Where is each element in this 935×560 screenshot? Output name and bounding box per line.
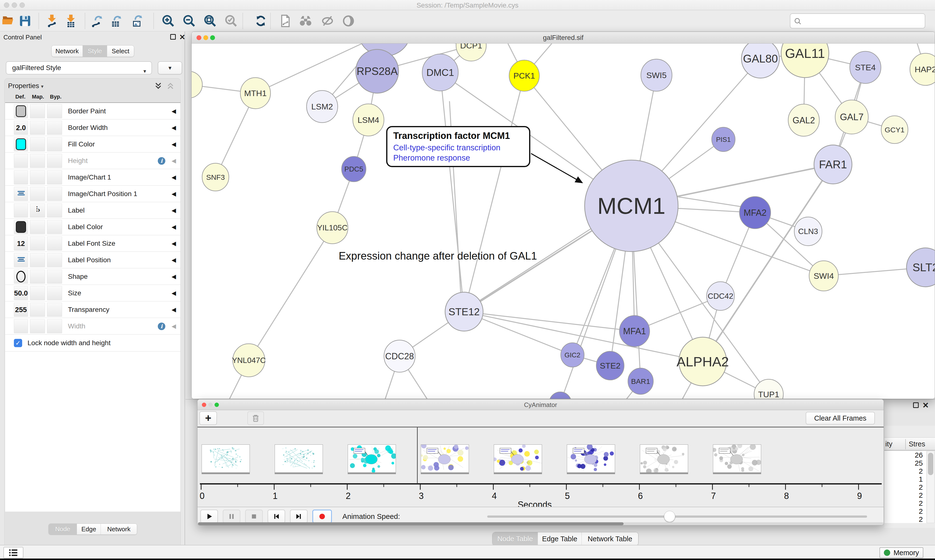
delete-frame-button[interactable] bbox=[247, 411, 264, 425]
table-cell-value[interactable]: 2 bbox=[884, 515, 926, 523]
frame-thumbnail-1s[interactable] bbox=[275, 445, 323, 473]
network-node-YNL047C[interactable]: YNL047C bbox=[232, 344, 266, 377]
default-value[interactable]: 12 bbox=[14, 235, 28, 252]
tab-edge[interactable]: Edge bbox=[77, 524, 101, 534]
frame-thumbnail-7s[interactable] bbox=[713, 445, 761, 473]
style-selector[interactable]: galFiltered Style ▾ bbox=[6, 61, 152, 74]
tab-network-table[interactable]: Network Table bbox=[582, 532, 638, 545]
network-node-STE4[interactable]: STE4 bbox=[850, 51, 881, 83]
network-node-YIL105C[interactable]: YIL105C bbox=[317, 212, 348, 244]
network-node-MFA2[interactable]: MFA2 bbox=[739, 197, 771, 229]
expand-row-icon[interactable]: ◀ bbox=[172, 235, 176, 252]
default-value[interactable]: 2.0 bbox=[14, 120, 28, 136]
network-node-LSM4[interactable]: LSM4 bbox=[353, 104, 384, 136]
network-node-ALPHA2[interactable]: ALPHA2 bbox=[677, 337, 729, 386]
network-node-STE12[interactable]: STE12 bbox=[445, 292, 483, 331]
network-node-SWI4[interactable]: SWI4 bbox=[809, 261, 838, 291]
close-panel-icon[interactable]: ✕ bbox=[179, 34, 185, 41]
skip-to-end-button[interactable] bbox=[290, 510, 307, 523]
network-node-RPS28A[interactable]: RPS28A bbox=[356, 49, 399, 93]
tab-network-bottom[interactable]: Network bbox=[101, 524, 137, 534]
zoom-selected-icon[interactable] bbox=[224, 14, 238, 28]
expand-row-icon[interactable]: ◀ bbox=[172, 202, 176, 219]
search-input[interactable] bbox=[790, 13, 925, 28]
table-cell-value[interactable]: 1 bbox=[884, 475, 926, 483]
save-session-icon[interactable] bbox=[18, 14, 32, 28]
network-node-PDC5[interactable]: PDC5 bbox=[342, 157, 366, 182]
expand-row-icon[interactable]: ◀ bbox=[172, 268, 176, 285]
network-node-HAP2[interactable]: HAP2 bbox=[910, 53, 935, 85]
expand-row-icon[interactable]: ◀ bbox=[172, 152, 176, 169]
expand-row-icon[interactable]: ◀ bbox=[172, 186, 176, 202]
zoom-fit-icon[interactable] bbox=[203, 14, 217, 28]
network-annotation[interactable]: Transcription factor MCM1 Cell-type-spec… bbox=[386, 126, 530, 167]
export-network-icon[interactable] bbox=[91, 14, 105, 28]
tab-select[interactable]: Select bbox=[107, 46, 134, 57]
expand-all-icon[interactable] bbox=[154, 82, 162, 90]
timeline-horizontal-scrollbar[interactable] bbox=[198, 522, 884, 525]
table-cell-value[interactable]: 2 bbox=[884, 491, 926, 499]
expand-row-icon[interactable]: ◀ bbox=[172, 252, 176, 268]
tab-edge-table[interactable]: Edge Table bbox=[538, 532, 582, 545]
network-node-GCY1[interactable]: GCY1 bbox=[881, 116, 908, 143]
expand-row-icon[interactable]: ◀ bbox=[172, 318, 176, 334]
network-node-MTH1[interactable]: MTH1 bbox=[240, 78, 270, 109]
expand-row-icon[interactable]: ◀ bbox=[172, 302, 176, 318]
table-cell-value[interactable]: 26 bbox=[884, 451, 926, 459]
memory-button[interactable]: Memory bbox=[879, 547, 923, 558]
default-swatch[interactable] bbox=[16, 105, 26, 117]
animation-timeline[interactable]: 0123456789Seconds bbox=[197, 428, 884, 507]
network-node-LSM2[interactable]: LSM2 bbox=[307, 91, 338, 123]
frame-thumbnail-0s[interactable] bbox=[202, 445, 250, 473]
property-row-label[interactable]: ⋮›Label◀ bbox=[5, 202, 181, 219]
network-node-GIC2[interactable]: GIC2 bbox=[561, 343, 584, 367]
apply-layout-icon[interactable] bbox=[254, 14, 268, 28]
tab-node[interactable]: Node bbox=[49, 524, 77, 534]
find-binoculars-icon[interactable] bbox=[299, 14, 313, 28]
table-vertical-scrollbar[interactable] bbox=[927, 451, 935, 523]
tab-style[interactable]: Style bbox=[83, 46, 107, 57]
network-node-CDC42[interactable]: CDC42 bbox=[707, 282, 734, 311]
expand-row-icon[interactable]: ◀ bbox=[172, 285, 176, 302]
passthrough-mapping-icon[interactable]: ⋮› bbox=[33, 206, 43, 215]
open-session-icon[interactable] bbox=[1, 14, 15, 28]
network-node-GAL7[interactable]: GAL7 bbox=[835, 100, 868, 134]
network-node-STE2[interactable]: STE2 bbox=[596, 351, 624, 380]
hide-details-icon[interactable] bbox=[321, 14, 335, 28]
network-node-GAL2[interactable]: GAL2 bbox=[788, 104, 819, 136]
table-column-ity[interactable]: ity bbox=[885, 440, 892, 448]
property-row-height[interactable]: Heighti◀ bbox=[5, 152, 181, 169]
record-button[interactable] bbox=[312, 510, 332, 523]
table-cell-value[interactable]: 2 bbox=[884, 499, 926, 507]
frame-thumbnail-4s[interactable] bbox=[494, 445, 542, 473]
network-node-CDC28[interactable]: CDC28 bbox=[384, 340, 415, 372]
info-icon[interactable]: i bbox=[158, 157, 165, 165]
network-node-BAR1[interactable]: BAR1 bbox=[628, 368, 653, 394]
property-row-shape[interactable]: Shape◀ bbox=[5, 268, 181, 285]
table-cell-value[interactable]: 2 bbox=[884, 467, 926, 475]
default-swatch[interactable] bbox=[16, 221, 26, 233]
network-node-TUP1[interactable]: TUP1 bbox=[754, 379, 783, 399]
property-row-border-paint[interactable]: Border Paint◀ bbox=[5, 103, 181, 120]
network-node-MFA1[interactable]: MFA1 bbox=[619, 315, 650, 347]
network-node-MCM1[interactable]: MCM1 bbox=[585, 160, 678, 252]
animation-speed-slider[interactable] bbox=[487, 515, 867, 518]
lock-size-row[interactable]: ✓Lock node width and height bbox=[5, 334, 181, 352]
network-node-CLN3[interactable]: CLN3 bbox=[794, 217, 822, 246]
collapse-all-icon[interactable] bbox=[166, 82, 174, 90]
table-cell-value[interactable]: 2 bbox=[884, 483, 926, 491]
info-icon[interactable]: i bbox=[158, 323, 165, 330]
property-row-label-color[interactable]: Label Color◀ bbox=[5, 219, 181, 235]
property-row-size[interactable]: 50.0Size◀ bbox=[5, 285, 181, 302]
network-node-PIS1[interactable]: PIS1 bbox=[712, 127, 735, 152]
show-log-button[interactable] bbox=[3, 547, 23, 558]
annotation-link[interactable]: Pheromone response bbox=[393, 153, 523, 163]
property-row-label-font-size[interactable]: 12Label Font Size◀ bbox=[5, 235, 181, 252]
property-row-border-width[interactable]: 2.0Border Width◀ bbox=[5, 120, 181, 136]
default-value[interactable]: 255 bbox=[14, 302, 28, 318]
cyanimator-titlebar[interactable]: CyAnimator bbox=[197, 400, 884, 410]
stop-button[interactable] bbox=[245, 510, 263, 523]
property-row-label-position[interactable]: Label Position◀ bbox=[5, 252, 181, 268]
frame-thumbnail-5s[interactable] bbox=[567, 445, 615, 473]
show-details-icon[interactable] bbox=[341, 14, 355, 28]
